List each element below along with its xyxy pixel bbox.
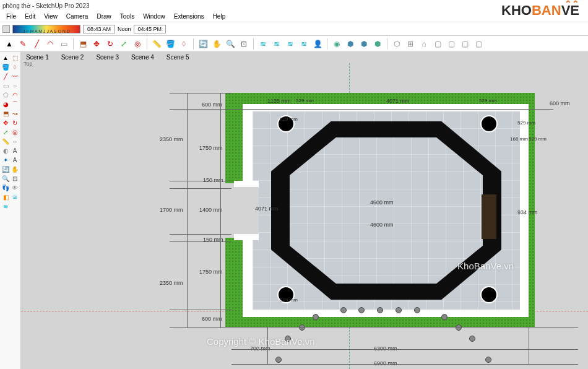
iso-icon[interactable]: ⬡ (391, 38, 402, 50)
tool-component-icon[interactable]: ⬚ (11, 53, 19, 62)
tool-outliner-icon[interactable]: ≋ (1, 202, 10, 211)
logo-roof-icon: ⌃⌃ (564, 0, 579, 9)
tool-axes-icon[interactable]: ✦ (1, 155, 10, 164)
tool-zoom-icon[interactable]: 🔍 (1, 174, 10, 183)
tool-look-icon[interactable]: 👁 (11, 183, 19, 192)
scene-tab-4[interactable]: Scene 4 (129, 53, 157, 61)
tool-rect-icon[interactable]: ▭ (1, 81, 10, 90)
tool-rotate-icon[interactable]: ↻ (11, 118, 19, 127)
dim-1750-2: 1750 mm (199, 269, 223, 275)
tool-freehand-icon[interactable]: 〰 (11, 72, 19, 80)
watermark-1: KhoBanVe.vn (457, 261, 514, 271)
arc-tool-icon[interactable]: ◠ (45, 38, 56, 50)
zoom-extents-icon[interactable]: ⊡ (238, 38, 249, 50)
tape-icon[interactable]: 📏 (151, 38, 162, 50)
tool-pushpull-icon[interactable]: ⬒ (1, 109, 10, 118)
person-icon[interactable]: 👤 (312, 38, 323, 50)
render-2-icon[interactable]: ⬢ (345, 38, 356, 50)
tool-3dtext-icon[interactable]: A (11, 155, 19, 164)
menu-draw[interactable]: Draw (93, 12, 115, 21)
layers-1-icon[interactable]: ≋ (257, 38, 269, 50)
tool-offset-icon[interactable]: ◎ (11, 128, 19, 136)
dim-600-top: 600 mm (202, 102, 222, 108)
pan-icon[interactable]: ✋ (211, 38, 222, 50)
tool-scale-icon[interactable]: ⤢ (1, 128, 10, 136)
dim-1700: 1700 mm (160, 207, 183, 213)
dim-529-bot: 529 mm (280, 297, 298, 303)
render-4-icon[interactable]: ⬢ (372, 38, 383, 50)
rect-tool-icon[interactable]: ▭ (58, 38, 69, 50)
dim-529-t2: 529 mm (479, 98, 497, 103)
shadow-bar: J F M A M J J A S O N D 08:43 AM Noon 04… (0, 22, 588, 36)
tool-follow-icon[interactable]: ↝ (11, 109, 19, 118)
tool-select-icon[interactable]: ▲ (1, 53, 10, 62)
scale-icon[interactable]: ⤢ (118, 38, 129, 50)
tool-arc-icon[interactable]: ◠ (11, 90, 19, 99)
tool-zoomw-icon[interactable]: ⊡ (11, 174, 19, 183)
month-slider[interactable]: J F M A M J J A S O N D (12, 25, 80, 33)
dimline (187, 93, 188, 328)
tool-protractor-icon[interactable]: ◐ (1, 146, 10, 155)
tool-tape-icon[interactable]: 📏 (1, 137, 10, 145)
separator (147, 38, 147, 50)
menu-tools[interactable]: Tools (116, 12, 138, 21)
dim-1750-1: 1750 mm (199, 145, 223, 151)
line-tool-icon[interactable]: ╱ (31, 38, 42, 50)
orbit-icon[interactable]: 🔄 (197, 38, 209, 50)
offset-icon[interactable]: ◎ (132, 38, 143, 50)
scene-tab-1[interactable]: Scene 1 (24, 53, 51, 61)
menu-help[interactable]: Help (209, 12, 230, 21)
menu-file[interactable]: File (2, 12, 20, 21)
zoom-icon[interactable]: 🔍 (225, 38, 236, 50)
tool-orbit-icon[interactable]: 🔄 (1, 165, 10, 173)
eraser-icon[interactable]: ◊ (178, 38, 189, 50)
render-1-icon[interactable]: ◉ (331, 38, 342, 50)
lasso-tool-icon[interactable]: ✎ (17, 38, 28, 50)
render-3-icon[interactable]: ⬢ (358, 38, 370, 50)
persp-icon[interactable]: ▢ (473, 38, 484, 50)
menu-camera[interactable]: Camera (63, 12, 92, 21)
menu-view[interactable]: View (40, 12, 61, 21)
front-icon[interactable]: ⌂ (418, 38, 430, 50)
rotate-icon[interactable]: ↻ (105, 38, 116, 50)
viewport[interactable]: Scene 1 Scene 2 Scene 3 Scene 4 Scene 5 … (21, 52, 588, 369)
left-icon[interactable]: ▢ (459, 38, 470, 50)
paint-icon[interactable]: 🪣 (165, 38, 176, 50)
tool-layers-icon[interactable]: ≋ (11, 193, 19, 201)
dim-600-r: 600 mm (550, 100, 570, 106)
menu-extensions[interactable]: Extensions (170, 12, 208, 21)
right-icon[interactable]: ▢ (432, 38, 443, 50)
tool-dim-icon[interactable]: ↔ (11, 137, 19, 145)
logo-p1: KHO (501, 2, 532, 18)
tool-circle-icon[interactable]: ○ (11, 81, 19, 90)
title-bar: phòng thờ - SketchUp Pro 2023 (0, 0, 588, 11)
tool-poly-icon[interactable]: ⬠ (1, 90, 10, 99)
back-icon[interactable]: ▢ (446, 38, 457, 50)
tool-move-icon[interactable]: ✥ (1, 118, 10, 127)
layers-4-icon[interactable]: ≋ (298, 38, 309, 50)
move-icon[interactable]: ✥ (91, 38, 102, 50)
scene-tab-5[interactable]: Scene 5 (164, 53, 192, 61)
tool-2arc-icon[interactable]: ⌒ (11, 100, 19, 108)
tool-walk-icon[interactable]: 👣 (1, 183, 10, 192)
tool-section-icon[interactable]: ◧ (1, 193, 10, 201)
tool-pie-icon[interactable]: ◕ (1, 100, 10, 108)
scene-tab-3[interactable]: Scene 3 (93, 53, 121, 61)
tool-pan-icon[interactable]: ✋ (11, 165, 19, 173)
menu-window[interactable]: Window (139, 12, 169, 21)
scene-tab-2[interactable]: Scene 2 (59, 53, 87, 61)
top-icon[interactable]: ⊞ (405, 38, 416, 50)
select-tool-icon[interactable]: ▲ (4, 38, 15, 50)
shadow-toggle-icon[interactable] (2, 25, 10, 33)
scene-tabs: Scene 1 Scene 2 Scene 3 Scene 4 Scene 5 (24, 52, 192, 63)
tool-line-icon[interactable]: ╱ (1, 72, 10, 80)
layers-2-icon[interactable]: ≋ (271, 38, 282, 50)
tool-paint-icon[interactable]: 🪣 (1, 63, 10, 71)
tool-text-icon[interactable]: A (11, 146, 19, 155)
dim-600-bot: 600 mm (202, 316, 222, 322)
dimline (170, 241, 231, 242)
layers-3-icon[interactable]: ≋ (285, 38, 296, 50)
menu-edit[interactable]: Edit (21, 12, 39, 21)
tool-eraser-icon[interactable]: ◊ (11, 63, 19, 71)
pushpull-icon[interactable]: ⬒ (77, 38, 89, 50)
